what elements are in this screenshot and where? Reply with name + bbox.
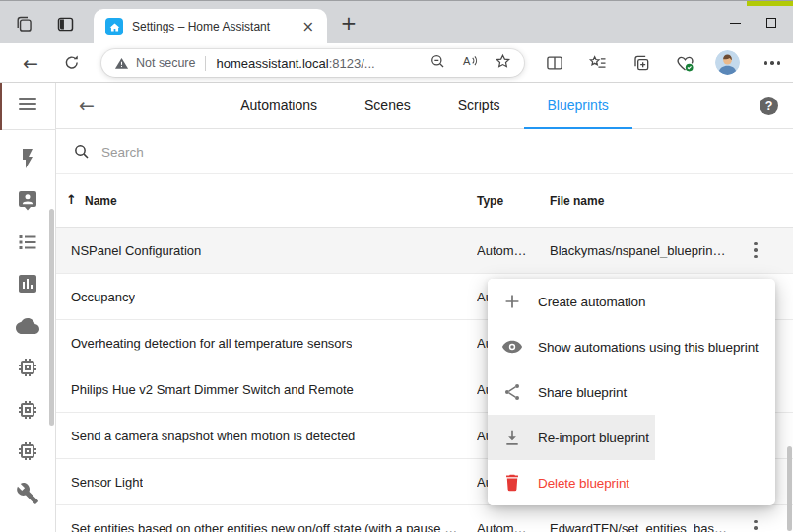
row-name: Set entities based on other entities new… xyxy=(71,521,463,532)
more-horizontal-icon xyxy=(764,61,781,65)
row-name: NSPanel Configuration xyxy=(71,243,201,258)
person-badge-icon xyxy=(16,188,39,212)
zoom-out-button[interactable] xyxy=(429,52,447,74)
sidebar-divider xyxy=(0,129,56,130)
eye-icon xyxy=(501,336,523,358)
url-path: :8123/... xyxy=(329,56,375,71)
home-assistant-favicon-icon xyxy=(105,18,123,35)
more-vertical-icon xyxy=(754,520,758,532)
sidebar-item-chip-3[interactable] xyxy=(16,439,39,463)
row-overflow-menu-button[interactable] xyxy=(744,238,767,262)
tab-blueprints[interactable]: Blueprints xyxy=(524,83,632,129)
window-edge-artifact xyxy=(0,83,2,130)
sidebar-item-tools[interactable] xyxy=(16,482,39,505)
minimize-button[interactable] xyxy=(724,12,746,33)
browser-essentials-button[interactable] xyxy=(674,52,695,74)
table-header: ↑ Name Type File name xyxy=(56,174,793,228)
help-button[interactable]: ? xyxy=(760,97,778,115)
sidebar-menu-button[interactable] xyxy=(19,98,36,113)
url-divider xyxy=(205,56,206,71)
split-screen-icon xyxy=(545,53,564,73)
minimize-icon xyxy=(730,23,741,24)
tab-scripts[interactable]: Scripts xyxy=(434,83,524,129)
sidebar-item-chip-1[interactable] xyxy=(16,356,39,379)
search-row xyxy=(56,130,793,174)
address-bar[interactable]: Not secure homeassistant.local:8123/... … xyxy=(101,49,524,77)
favorite-star-button[interactable] xyxy=(494,52,512,74)
row-name: Occupancy xyxy=(71,290,135,304)
row-type: Autom… xyxy=(477,521,540,532)
workspaces-icon[interactable] xyxy=(13,13,34,34)
tab-layout-icon[interactable] xyxy=(54,13,76,34)
tab-title: Settings – Home Assistant xyxy=(132,20,297,33)
browser-titlebar: Settings – Home Assistant × + xyxy=(0,0,793,43)
menu-item-create-automation[interactable]: Create automation xyxy=(488,279,651,324)
search-input[interactable] xyxy=(101,145,417,160)
url-host: homeassistant.local xyxy=(216,56,328,71)
settings-more-button[interactable] xyxy=(761,52,783,74)
sidebar-item-history[interactable] xyxy=(16,272,39,296)
star-icon xyxy=(494,52,512,71)
table-row[interactable]: NSPanel Configuration Autom… Blackymas/n… xyxy=(56,228,793,274)
sidebar-item-map[interactable] xyxy=(16,188,39,212)
menu-item-reimport-blueprint[interactable]: Re-import blueprint xyxy=(488,415,655,460)
more-vertical-icon xyxy=(754,242,758,259)
row-name: Overheating detection for all temperatur… xyxy=(71,336,352,351)
menu-item-share-blueprint[interactable]: Share blueprint xyxy=(488,369,632,415)
row-overflow-menu-button[interactable] xyxy=(744,516,767,532)
row-file: EdwardTFN/set_entities_bas… xyxy=(550,521,752,532)
not-secure-warning-icon xyxy=(114,56,129,71)
wrench-icon xyxy=(16,482,39,505)
split-screen-button[interactable] xyxy=(544,52,565,74)
essentials-heart-icon xyxy=(675,53,695,74)
browser-tab[interactable]: Settings – Home Assistant × xyxy=(94,9,327,44)
read-aloud-icon: A xyxy=(461,52,480,71)
favorites-star-list-icon xyxy=(588,53,608,73)
sidebar-scrollbar[interactable] xyxy=(49,209,54,426)
list-icon xyxy=(16,231,39,254)
sidebar-item-cloud[interactable] xyxy=(16,314,39,338)
new-tab-button[interactable]: + xyxy=(336,10,362,35)
arrow-left-icon: ← xyxy=(23,54,38,73)
cloud-icon xyxy=(16,314,39,338)
download-icon xyxy=(501,427,523,448)
favorites-button[interactable] xyxy=(587,52,609,74)
maximize-button[interactable] xyxy=(760,12,782,33)
read-aloud-button[interactable]: A xyxy=(461,52,480,74)
row-name: Philips Hue v2 Smart Dimmer Switch and R… xyxy=(71,382,354,397)
tab-close-icon[interactable]: × xyxy=(297,18,319,35)
not-secure-label: Not secure xyxy=(136,56,195,70)
column-header-name[interactable]: Name xyxy=(85,194,117,208)
sidebar-item-chip-2[interactable] xyxy=(16,398,39,422)
tab-scenes[interactable]: Scenes xyxy=(341,83,434,129)
collections-button[interactable] xyxy=(630,52,652,74)
profile-avatar[interactable] xyxy=(715,50,740,75)
lightning-icon xyxy=(16,147,39,170)
sidebar-item-todo-list[interactable] xyxy=(16,231,39,254)
plus-icon xyxy=(501,291,523,312)
page-scrollbar[interactable] xyxy=(787,446,792,531)
refresh-icon xyxy=(62,53,82,73)
help-icon: ? xyxy=(765,100,773,113)
nav-tabs: Automations Scenes Scripts Blueprints xyxy=(56,83,793,129)
back-button[interactable]: ← xyxy=(20,52,41,74)
chip-icon xyxy=(16,439,39,463)
row-type: Autom… xyxy=(477,243,540,258)
column-header-file[interactable]: File name xyxy=(550,194,604,208)
chip-icon xyxy=(16,398,39,422)
menu-item-show-automations[interactable]: Show automations using this blueprint xyxy=(488,324,764,369)
sort-ascending-icon[interactable]: ↑ xyxy=(66,192,77,207)
collections-add-icon xyxy=(631,53,651,73)
row-name: Send a camera snapshot when motion is de… xyxy=(71,429,355,443)
history-chart-icon xyxy=(16,272,39,296)
tab-automations[interactable]: Automations xyxy=(217,83,341,129)
column-header-type[interactable]: Type xyxy=(477,194,503,208)
ha-header: ← Automations Scenes Scripts Blueprints … xyxy=(56,83,793,129)
zoom-out-icon xyxy=(429,52,447,71)
svg-text:A: A xyxy=(463,55,471,67)
sidebar-item-energy[interactable] xyxy=(16,147,39,170)
refresh-button[interactable] xyxy=(61,52,83,74)
menu-item-delete-blueprint[interactable]: Delete blueprint xyxy=(488,460,635,505)
table-row[interactable]: Set entities based on other entities new… xyxy=(56,505,793,532)
maximize-icon xyxy=(766,18,776,28)
